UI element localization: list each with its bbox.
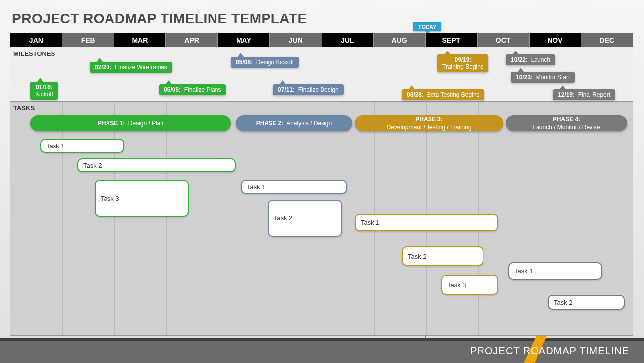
phase-bar[interactable]: PHASE 1: Design / Plan <box>30 115 231 131</box>
phase-bar[interactable]: PHASE 3:Development / Testing / Training <box>355 115 503 131</box>
month-jan: JAN <box>10 33 62 47</box>
month-nov: NOV <box>529 33 581 47</box>
roadmap-slide: PROJECT ROADMAP TIMELINE TEMPLATE TODAY … <box>0 0 644 363</box>
month-apr: APR <box>165 33 217 47</box>
month-may: MAY <box>217 33 269 47</box>
task-box[interactable]: Task 2 <box>268 200 342 237</box>
milestone-1023[interactable]: 10/23: Monitor Start <box>511 72 575 83</box>
task-box[interactable]: Task 3 <box>441 275 498 295</box>
today-marker-flag: TODAY <box>413 22 441 31</box>
milestone-0220[interactable]: 02/20: Finalize Wireframes <box>90 62 172 73</box>
footer-bar: PROJECT ROADMAP TIMELINE <box>0 341 644 363</box>
footer-title: PROJECT ROADMAP TIMELINE <box>470 345 629 357</box>
page-title: PROJECT ROADMAP TIMELINE TEMPLATE <box>12 11 307 27</box>
milestone-0711[interactable]: 07/11: Finalize Design <box>273 84 344 95</box>
milestones-section: MILESTONES 01/16:Kickoff02/20: Finalize … <box>10 47 633 102</box>
phase-bar[interactable]: PHASE 2: Analysis / Design <box>236 115 352 131</box>
month-header-row: JANFEBMARAPRMAYJUNJULAUGSEPTOCTNOVDEC <box>10 33 633 47</box>
roadmap-chart: JANFEBMARAPRMAYJUNJULAUGSEPTOCTNOVDEC MI… <box>10 33 633 336</box>
task-box[interactable]: Task 1 <box>355 214 498 231</box>
tasks-section: TASKS PHASE 1: Design / PlanPHASE 2: Ana… <box>10 102 633 335</box>
milestone-1022[interactable]: 10/22: Launch <box>506 54 555 65</box>
task-box[interactable]: Task 1 <box>508 262 602 280</box>
tasks-label: TASKS <box>13 104 35 112</box>
milestone-0116[interactable]: 01/16:Kickoff <box>30 82 58 100</box>
milestone-0505[interactable]: 05/05: Finalize Plans <box>159 84 226 95</box>
month-jun: JUN <box>269 33 322 47</box>
milestone-0919[interactable]: 09/19:Training Begins <box>437 54 488 72</box>
task-box[interactable]: Task 1 <box>40 139 124 153</box>
milestone-1219[interactable]: 12/19: Final Report <box>553 89 615 100</box>
task-box[interactable]: Task 3 <box>95 180 189 217</box>
phase-bar[interactable]: PHASE 4:Launch / Monitor / Revise <box>506 115 627 131</box>
month-aug: AUG <box>373 33 425 47</box>
month-feb: FEB <box>62 33 114 47</box>
task-box[interactable]: Task 1 <box>241 180 347 194</box>
month-dec: DEC <box>581 33 633 47</box>
month-sept: SEPT <box>425 33 477 47</box>
task-box[interactable]: Task 2 <box>548 295 625 310</box>
month-jul: JUL <box>322 33 374 47</box>
month-oct: OCT <box>477 33 529 47</box>
milestone-0508[interactable]: 05/08: Design Kickoff <box>231 57 299 68</box>
task-box[interactable]: Task 2 <box>402 246 483 266</box>
milestones-label: MILESTONES <box>13 50 55 57</box>
month-mar: MAR <box>114 33 166 47</box>
task-box[interactable]: Task 2 <box>77 158 236 172</box>
milestone-0828[interactable]: 08/28: Beta Testing Begins <box>402 89 484 100</box>
footer-stripe <box>0 338 644 341</box>
